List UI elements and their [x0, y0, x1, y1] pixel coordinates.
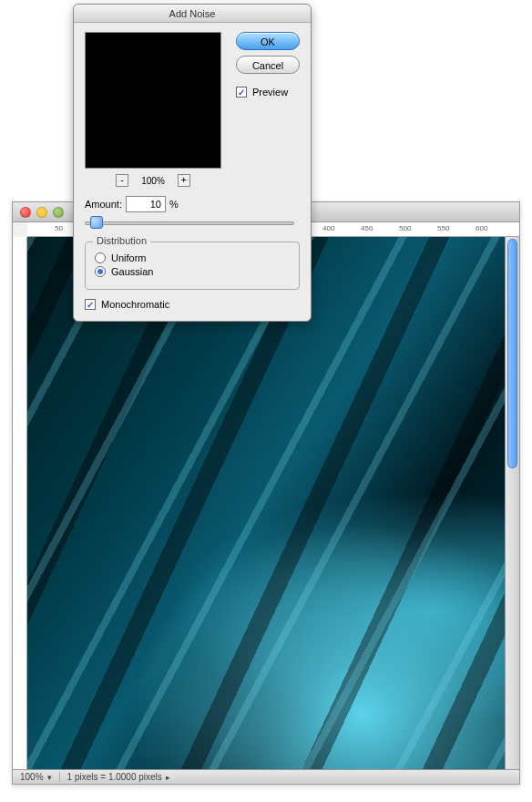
cancel-button[interactable]: Cancel [236, 56, 300, 74]
uniform-radio[interactable] [95, 252, 106, 263]
status-info: 1 pixels = 1.0000 pixels ▸ [60, 772, 178, 782]
ruler-tick: 600 [476, 224, 487, 232]
status-text: 1 pixels = 1.0000 pixels [67, 772, 162, 782]
amount-input[interactable] [126, 196, 166, 212]
ok-button[interactable]: OK [236, 32, 300, 50]
preview-label: Preview [252, 87, 288, 98]
chevron-right-icon: ▸ [166, 773, 170, 782]
distribution-group: Distribution Uniform Gaussian [85, 242, 300, 290]
amount-slider[interactable] [85, 216, 294, 231]
monochromatic-checkbox[interactable] [85, 299, 96, 310]
monochromatic-label: Monochromatic [101, 299, 169, 310]
ruler-tick: 500 [399, 224, 411, 232]
slider-thumb[interactable] [90, 216, 103, 229]
traffic-lights [20, 207, 64, 218]
add-noise-dialog: Add Noise OK Cancel Preview - 100% + Amo… [73, 4, 312, 322]
gaussian-radio[interactable] [95, 266, 106, 277]
zoom-icon[interactable] [53, 207, 64, 218]
chevron-down-icon: ▾ [47, 773, 52, 782]
status-bar: 100% ▾ 1 pixels = 1.0000 pixels ▸ [13, 769, 519, 784]
amount-label: Amount: [85, 199, 122, 210]
dialog-title: Add Noise [74, 5, 311, 23]
zoom-value: 100% [20, 772, 44, 782]
ruler-tick: 400 [322, 224, 334, 232]
close-icon[interactable] [20, 207, 31, 218]
preview-checkbox[interactable] [236, 87, 247, 98]
ruler-tick: 550 [437, 224, 449, 232]
slider-track [85, 221, 294, 225]
ruler-vertical [13, 237, 27, 769]
zoom-in-button[interactable]: + [178, 174, 190, 187]
minimize-icon[interactable] [36, 207, 47, 218]
gaussian-label: Gaussian [111, 266, 153, 277]
uniform-label: Uniform [111, 252, 147, 263]
preview-zoom: 100% [141, 176, 165, 186]
amount-unit: % [169, 199, 179, 210]
ruler-tick: 50 [55, 224, 63, 232]
distribution-legend: Distribution [93, 235, 150, 246]
ruler-tick: 450 [361, 224, 373, 232]
preview-image[interactable] [85, 32, 221, 169]
scrollbar-vertical[interactable] [505, 237, 519, 769]
zoom-display[interactable]: 100% ▾ [13, 772, 60, 782]
zoom-out-button[interactable]: - [116, 174, 128, 187]
